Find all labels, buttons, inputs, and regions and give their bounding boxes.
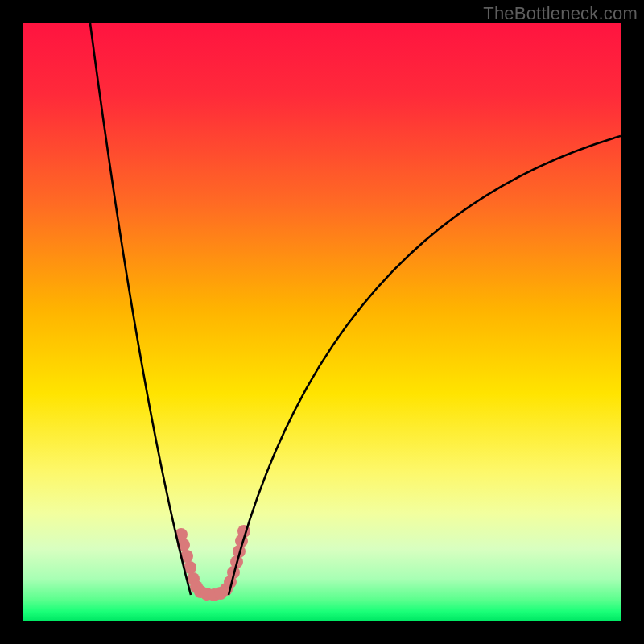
chart-frame	[23, 23, 621, 621]
watermark-text: TheBottleneck.com	[483, 3, 638, 24]
gradient-background	[23, 23, 621, 621]
bottleneck-chart	[23, 23, 621, 621]
